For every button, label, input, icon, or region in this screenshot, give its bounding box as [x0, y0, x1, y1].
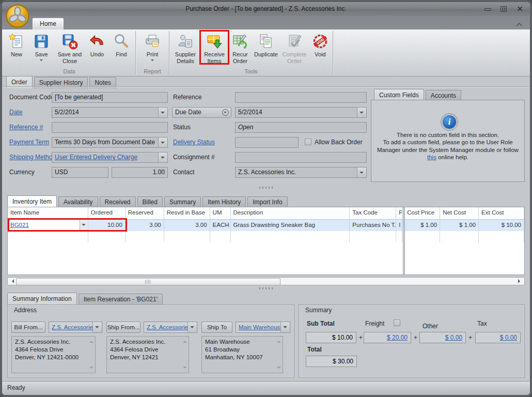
- save-button[interactable]: Save: [29, 31, 54, 63]
- item-dropdown-arrow-icon[interactable]: [80, 220, 88, 231]
- reference-number-field[interactable]: [52, 122, 168, 133]
- table-row[interactable]: BG021 10.00 3.00 3.00 EACH Grass Drawstr…: [8, 220, 524, 231]
- net-cost-cell[interactable]: $ 1.00: [440, 220, 479, 231]
- delivery-status-label[interactable]: Delivery Status: [173, 137, 215, 147]
- undo-button[interactable]: Undo: [86, 31, 108, 58]
- payment-term-dropdown-arrow-icon[interactable]: [158, 138, 167, 147]
- scroll-up-icon[interactable]: [277, 339, 281, 343]
- find-button[interactable]: Find: [108, 31, 134, 58]
- reference-field[interactable]: [235, 92, 367, 103]
- payment-term-label[interactable]: Payment Term: [9, 137, 49, 147]
- tab-item-reservation[interactable]: Item Reservation - 'BG021': [79, 294, 163, 305]
- freight-checkbox[interactable]: [394, 319, 400, 326]
- collapse-ribbon-icon[interactable]: [515, 20, 523, 392]
- um-cell[interactable]: EACH: [210, 220, 231, 231]
- ship-from-select[interactable]: Z.S. Accessories I: [144, 322, 197, 333]
- ship-from-address-text[interactable]: Z.S. Accessories Inc. 4364 Felosa Drive …: [106, 336, 189, 373]
- contact-field[interactable]: Z.S. Accessories Inc.: [235, 167, 367, 178]
- currency-field[interactable]: USD: [52, 167, 108, 178]
- column-header-tax-code[interactable]: Tax Code: [350, 207, 396, 219]
- scrollbar-thumb[interactable]: [16, 278, 280, 285]
- bill-from-select[interactable]: Z.S. Accessories I: [49, 322, 102, 333]
- ship-from-button[interactable]: Ship From...: [106, 322, 140, 333]
- receive-items-button[interactable]: Receive Items: [200, 31, 228, 64]
- freight-field[interactable]: $ 20.00: [364, 332, 411, 343]
- ship-to-address-text[interactable]: Main Warehouse 61 Broadway Manhattan, NY…: [201, 336, 283, 373]
- consignment-field[interactable]: [235, 152, 367, 163]
- partial-cell[interactable]: I: [396, 220, 402, 231]
- shipping-method-label[interactable]: Shipping Method: [9, 152, 56, 162]
- tab-inventory-item[interactable]: Inventory Item: [7, 195, 57, 208]
- reserved-cell[interactable]: 3.00: [126, 220, 164, 231]
- item-name-cell[interactable]: BG021: [8, 220, 88, 231]
- tab-home[interactable]: Home: [32, 18, 64, 29]
- splitter-handle[interactable]: [259, 187, 273, 189]
- tab-summary[interactable]: Summary: [164, 196, 201, 208]
- tab-received[interactable]: Received: [100, 196, 136, 208]
- column-header-cost-price[interactable]: Cost Price: [404, 207, 440, 219]
- minimize-button[interactable]: [484, 6, 492, 12]
- allow-back-order-checkbox[interactable]: [305, 139, 311, 145]
- payment-term-field[interactable]: Terms 30 Days from Document Date: [52, 137, 168, 148]
- ship-to-dropdown-arrow-icon[interactable]: [280, 322, 290, 332]
- tab-item-history[interactable]: Item History: [202, 196, 246, 208]
- supplier-details-button[interactable]: Supplier Details: [170, 31, 200, 64]
- date-label[interactable]: Date: [9, 107, 22, 117]
- duplicate-button[interactable]: Duplicate: [252, 31, 280, 58]
- shipping-method-dropdown-arrow-icon[interactable]: [158, 152, 167, 162]
- due-date-field[interactable]: 5/2/2014: [235, 107, 367, 118]
- ship-to-select[interactable]: Main Warehouse: [236, 322, 290, 333]
- contact-dropdown-arrow-icon[interactable]: [357, 167, 366, 177]
- due-date-selector-button[interactable]: Due Date: [172, 107, 231, 118]
- column-header-resvd-in-base[interactable]: Resvd in Base: [164, 207, 210, 219]
- scroll-up-icon[interactable]: [89, 339, 93, 343]
- scroll-left-icon[interactable]: [10, 279, 14, 283]
- void-button[interactable]: VOID Void: [309, 31, 332, 58]
- ship-from-dropdown-arrow-icon[interactable]: [187, 322, 197, 332]
- tax-code-cell[interactable]: Purchases No T...: [350, 220, 396, 231]
- description-cell[interactable]: Grass Drawstring Sneaker Bag: [231, 220, 350, 231]
- complete-order-button[interactable]: Complete Order: [280, 31, 309, 64]
- currency-rate-field[interactable]: 1.00: [112, 167, 168, 178]
- splitter-handle[interactable]: [259, 287, 273, 289]
- this-link[interactable]: this: [427, 154, 436, 160]
- column-header-um[interactable]: UM: [210, 207, 231, 219]
- column-header-description[interactable]: Description: [231, 207, 350, 219]
- delivery-status-field[interactable]: [235, 137, 299, 148]
- close-button[interactable]: ✕: [516, 6, 524, 12]
- print-button[interactable]: Print: [137, 31, 168, 63]
- column-header-item-name[interactable]: Item Name: [8, 207, 88, 219]
- frozen-pane-splitter[interactable]: [403, 207, 405, 274]
- tab-summary-information[interactable]: Summary Information: [7, 293, 77, 305]
- date-field[interactable]: 5/2/2014: [52, 107, 168, 118]
- table-empty-row[interactable]: [8, 231, 524, 242]
- save-and-close-button[interactable]: Save and Close: [54, 31, 86, 64]
- restore-button[interactable]: [500, 6, 508, 12]
- bill-from-button[interactable]: Bill From...: [11, 322, 45, 333]
- other-field[interactable]: $ 0.00: [419, 332, 466, 343]
- cost-price-cell[interactable]: $ 1.00: [404, 220, 440, 231]
- new-button[interactable]: New: [4, 31, 29, 58]
- ship-to-button[interactable]: Ship To: [201, 322, 232, 333]
- document-code-field[interactable]: [To be generated]: [52, 92, 168, 103]
- reference-number-label[interactable]: Reference #: [9, 122, 43, 132]
- date-dropdown-arrow-icon[interactable]: [158, 108, 167, 117]
- recur-order-button[interactable]: Recur Order: [228, 31, 252, 64]
- ordered-cell[interactable]: 10.00: [88, 220, 126, 231]
- scroll-down-icon[interactable]: [277, 367, 281, 371]
- column-header-partial[interactable]: P: [396, 207, 402, 219]
- shipping-method-field[interactable]: User Entered Delivery Charge: [52, 152, 168, 163]
- scroll-down-icon[interactable]: [183, 367, 187, 371]
- tab-availability[interactable]: Availability: [58, 196, 98, 208]
- tax-field[interactable]: $ 0.00: [475, 332, 521, 343]
- column-header-reserved[interactable]: Reserved: [126, 207, 164, 219]
- due-date-dropdown-arrow-icon[interactable]: [357, 108, 366, 117]
- app-logo-icon[interactable]: [5, 4, 30, 28]
- column-header-net-cost[interactable]: Net Cost: [440, 207, 479, 219]
- due-date-circle-dropdown-icon[interactable]: [222, 109, 229, 116]
- scroll-up-icon[interactable]: [183, 339, 187, 343]
- table-horizontal-scrollbar[interactable]: [7, 277, 525, 285]
- tab-billed[interactable]: Billed: [137, 196, 163, 208]
- bill-from-address-text[interactable]: Z.S. Accessories Inc. 4364 Felosa Drive …: [11, 336, 96, 373]
- tab-import-info[interactable]: Import Info: [247, 196, 287, 208]
